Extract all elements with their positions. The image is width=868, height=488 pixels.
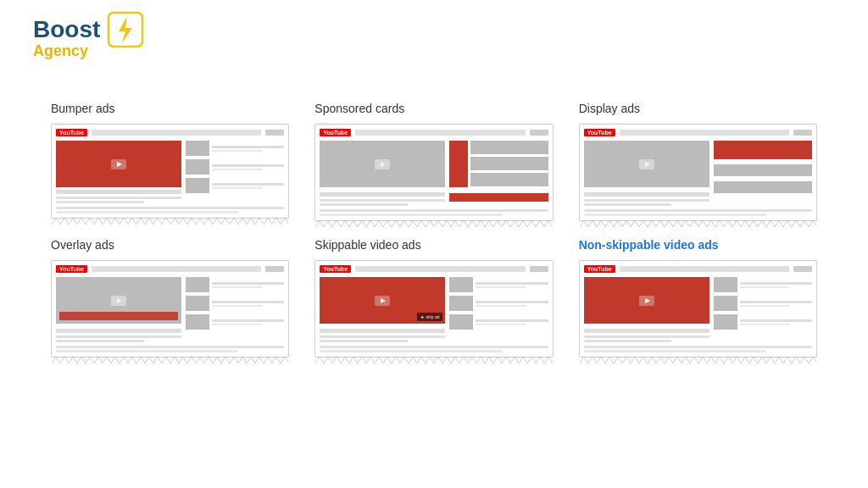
- db-bar-2: [584, 214, 766, 216]
- sk-stitle-2: [476, 301, 548, 303]
- yt-main-nonskippable: [584, 277, 709, 342]
- sponsored-card-rest: [470, 141, 548, 187]
- yt-topbar-skippable: YouTube: [320, 265, 548, 273]
- yt-topbar-nonskippable: YouTube: [584, 265, 812, 273]
- yt-watermark-bumper: [111, 159, 126, 169]
- yt-desc-skippable: [320, 336, 445, 342]
- ad-types-grid: Bumper ads YouTube: [51, 102, 817, 358]
- yt-mock-sponsored: YouTube: [314, 124, 553, 221]
- yt-logo-bumper: YouTube: [56, 129, 87, 136]
- yt-bottom-bars-display: [584, 209, 812, 216]
- nsb-bar-2: [584, 350, 766, 352]
- ns-thumb-2: [714, 296, 737, 311]
- yt-icons-sponsored: [530, 130, 548, 136]
- yt-logo-overlay: YouTube: [56, 265, 87, 273]
- sk-text-1: [476, 277, 548, 292]
- yt-topbar-bumper: YouTube: [56, 129, 284, 136]
- yt-sidebar-title-3: [212, 183, 284, 186]
- yt-main-sponsored: [320, 141, 445, 206]
- yt-sidebar-title-1: [212, 146, 284, 148]
- overlay-bar: [59, 312, 178, 320]
- nsb-bar-1: [584, 346, 812, 348]
- yt-content-bumper: [56, 141, 284, 203]
- ad-card-sponsored: Sponsored cards YouTube: [314, 102, 553, 221]
- ns-ssub-2: [740, 305, 791, 307]
- desc-bar-s2: [320, 203, 408, 206]
- ad-title-skippable: Skippable video ads: [314, 238, 553, 252]
- skip-ad-button[interactable]: ► skip ad: [417, 313, 442, 321]
- yt-sidebar-bumper: [186, 141, 284, 203]
- yt-content-skippable: ► skip ad: [320, 277, 548, 342]
- yt-player-skippable: ► skip ad: [320, 277, 445, 324]
- ns-text-1: [740, 277, 812, 292]
- yt-main-display: [584, 141, 709, 206]
- yt-logo-nonskippable: YouTube: [584, 265, 615, 273]
- ns-thumb-1: [714, 277, 737, 292]
- ns-sidebar-3: [714, 314, 812, 330]
- yt-player-sponsored: [320, 141, 445, 187]
- ns-text-2: [740, 296, 812, 311]
- yt-mock-bumper: YouTube: [51, 124, 289, 219]
- yt-sidebar-item-2: [186, 159, 284, 175]
- sk-ssub-2: [476, 305, 526, 307]
- sk-stitle-3: [476, 319, 548, 322]
- yt-mock-overlay: YouTube: [51, 260, 289, 358]
- yt-desc-overlay: [56, 336, 181, 342]
- ov-thumb-2: [186, 296, 209, 311]
- yt-title-sponsored: [320, 192, 445, 197]
- yt-main-bumper: [56, 141, 181, 203]
- sc-item-1: [470, 141, 548, 154]
- sk-thumb-2: [449, 296, 473, 311]
- yt-player-bumper: [56, 141, 181, 187]
- ns-stitle-2: [740, 301, 812, 303]
- sk-sidebar-2: [449, 296, 548, 311]
- sponsored-card-red: [449, 141, 468, 187]
- yt-desc-bumper: [56, 197, 181, 203]
- yt-main-overlay: [56, 277, 181, 342]
- db-bar-1: [584, 209, 812, 212]
- yt-mock-skippable: YouTube ► skip ad: [314, 260, 553, 358]
- skb-bar-2: [320, 350, 502, 352]
- ns-stitle-3: [740, 319, 812, 322]
- yt-search-bumper: [92, 130, 261, 136]
- yt-player-overlay: [56, 277, 181, 324]
- yt-mock-display: YouTube: [579, 124, 817, 221]
- ov-text-1: [212, 277, 284, 292]
- yt-search-skippable: [355, 266, 525, 272]
- yt-desc-bar-1: [56, 197, 181, 199]
- display-ad-banner: [714, 141, 812, 159]
- yt-content-nonskippable: [584, 277, 812, 342]
- ov-ssub-1: [212, 286, 263, 288]
- sk-text-3: [476, 314, 548, 330]
- display-sidebar-2: [714, 181, 812, 193]
- yt-title-overlay: [56, 329, 181, 333]
- ov-ssub-3: [212, 324, 263, 325]
- sk-text-2: [476, 296, 548, 311]
- ad-card-bumper: Bumper ads YouTube: [51, 102, 289, 221]
- ad-card-overlay: Overlay ads YouTube: [51, 238, 289, 358]
- yt-overlay-s3: [186, 314, 284, 330]
- yt-desc-display: [584, 199, 709, 206]
- yt-logo-display: YouTube: [584, 129, 615, 136]
- dd-bar-2: [584, 203, 672, 206]
- ns-thumb-3: [714, 314, 737, 330]
- desc-bar-s1: [320, 199, 445, 202]
- yt-sidebar-display: [714, 141, 812, 206]
- sk-sidebar-3: [449, 314, 548, 330]
- sponsored-card-row: [449, 141, 548, 187]
- yt-sidebar-sub-1: [212, 150, 263, 152]
- yt-icons-display: [793, 130, 812, 136]
- display-sidebar-1: [714, 164, 812, 176]
- ns-bar-1: [584, 336, 709, 338]
- yt-mock-nonskippable: YouTube: [579, 260, 817, 358]
- yt-watermark-skippable: [375, 296, 390, 306]
- sk-ssub-3: [476, 324, 526, 325]
- yt-watermark-nonskippable: [639, 296, 654, 306]
- yt-title-skippable: [320, 329, 445, 333]
- sc-item-3: [470, 173, 548, 186]
- yt-logo-skippable: YouTube: [320, 265, 351, 273]
- yt-sidebar-sponsored: [449, 141, 548, 206]
- yt-title-display: [584, 192, 709, 197]
- yt-main-skippable: ► skip ad: [320, 277, 445, 342]
- skb-bar-1: [320, 346, 548, 348]
